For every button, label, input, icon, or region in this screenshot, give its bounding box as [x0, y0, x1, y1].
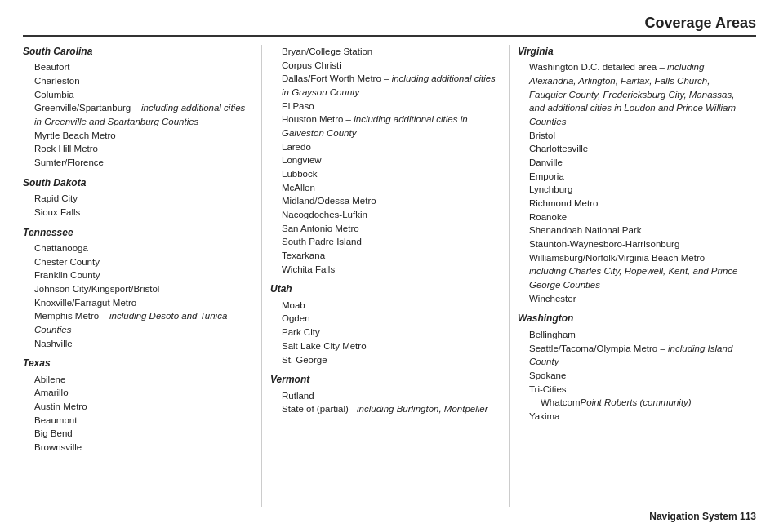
columns: South CarolinaBeaufortCharlestonColumbia… [23, 45, 756, 507]
list-item: McAllen [270, 181, 501, 195]
list-item: Spokane [518, 369, 748, 383]
list-item: Rock Hill Metro [23, 142, 253, 156]
section-title: Washington [518, 312, 748, 326]
list-item: Nacogdoches-Lufkin [270, 208, 501, 222]
list-item: Longview [270, 153, 501, 167]
list-item: Moab [270, 299, 501, 313]
list-item: Charlottesville [518, 142, 748, 156]
list-item: San Antonio Metro [270, 222, 501, 236]
list-item: Johnson City/Kingsport/Bristol [23, 282, 253, 296]
list-item: Winchester [518, 292, 748, 306]
list-item: Brownsville [23, 441, 253, 454]
list-item: Rutland [270, 389, 501, 403]
list-item: Knoxville/Farragut Metro [23, 296, 253, 310]
list-item: Austin Metro [23, 400, 253, 414]
list-item: Columbia [23, 88, 253, 102]
section-title: Virginia [518, 45, 748, 59]
list-item: Lubbock [270, 167, 501, 181]
list-item: Amarillo [23, 386, 253, 400]
list-item: El Paso [270, 100, 501, 113]
list-item: Bellingham [518, 328, 748, 342]
list-item: Tri-Cities [518, 383, 748, 397]
list-item: Ogden [270, 312, 501, 326]
page-title: Coverage Areas [23, 15, 756, 37]
list-item: State of (partial) - including Burlingto… [270, 402, 501, 416]
list-item: Rapid City [23, 192, 253, 206]
list-item: Yakima [518, 410, 748, 423]
list-item: South Padre Island [270, 235, 501, 249]
list-item: Corpus Christi [270, 59, 501, 73]
list-item: Nashville [23, 337, 253, 351]
column-2: Bryan/College StationCorpus ChristiDalla… [270, 45, 510, 507]
list-item: Shenandoah National Park [518, 224, 748, 237]
list-item: Laredo [270, 140, 501, 154]
list-item: Beaufort [23, 60, 253, 74]
list-item: Big Bend [23, 427, 253, 441]
list-item: Myrtle Beach Metro [23, 129, 253, 143]
list-item: Staunton-Waynesboro-Harrisonburg [518, 237, 748, 251]
list-item: Beaumont [23, 414, 253, 428]
list-item: Memphis Metro – including Desoto and Tun… [23, 309, 253, 336]
list-item: Chester County [23, 255, 253, 269]
list-item: Williamsburg/Norfolk/Virginia Beach Metr… [518, 251, 748, 292]
list-item: Texarkana [270, 249, 501, 263]
list-item: Wichita Falls [270, 263, 501, 277]
column-3: VirginiaWashington D.C. detailed area – … [518, 45, 756, 507]
list-item: Roanoke [518, 211, 748, 224]
list-item: Danville [518, 156, 748, 170]
list-item: Sumter/Florence [23, 156, 253, 170]
list-item: Chattanooga [23, 242, 253, 255]
list-item: Houston Metro – including additional cit… [270, 113, 501, 140]
list-item: Charleston [23, 74, 253, 88]
page: Coverage Areas South CarolinaBeaufortCha… [0, 0, 779, 532]
list-item: Park City [270, 326, 501, 339]
section-title: South Dakota [23, 176, 253, 190]
list-item: Emporia [518, 170, 748, 184]
section-title: Utah [270, 282, 501, 296]
column-1: South CarolinaBeaufortCharlestonColumbia… [23, 45, 262, 507]
list-item: Bryan/College Station [270, 45, 501, 59]
page-footer: Navigation System 113 [649, 511, 756, 522]
list-item: WhatcomPoint Roberts (community) [518, 396, 748, 410]
list-item: Seattle/Tacoma/Olympia Metro – including… [518, 342, 748, 369]
list-item: Dallas/Fort Worth Metro – including addi… [270, 72, 501, 99]
section-title: Tennessee [23, 226, 253, 240]
list-item: Abilene [23, 373, 253, 387]
list-item: Washington D.C. detailed area – includin… [518, 60, 748, 128]
section-title: Texas [23, 357, 253, 370]
list-item: Richmond Metro [518, 197, 748, 211]
section-title: South Carolina [23, 45, 253, 59]
list-item: Salt Lake City Metro [270, 339, 501, 353]
list-item: Franklin County [23, 268, 253, 282]
list-item: Lynchburg [518, 183, 748, 197]
list-item: Sioux Falls [23, 206, 253, 219]
section-title: Vermont [270, 373, 501, 387]
list-item: Greenville/Spartanburg – including addit… [23, 101, 253, 128]
list-item: Midland/Odessa Metro [270, 194, 501, 208]
list-item: Bristol [518, 129, 748, 143]
list-item: St. George [270, 353, 501, 367]
